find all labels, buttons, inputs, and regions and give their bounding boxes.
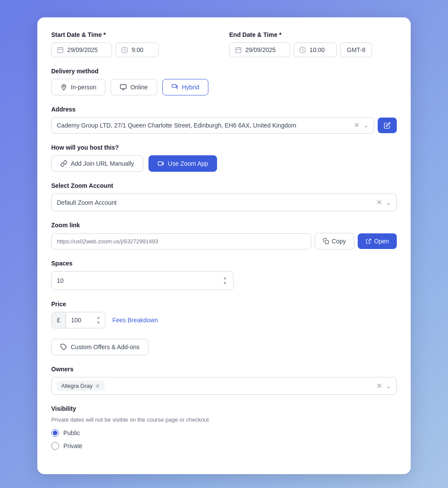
visibility-section: Visibility Private dates will not be vis…	[51, 405, 397, 450]
price-spinner[interactable]: ▲ ▼	[96, 315, 102, 325]
delivery-options: In-person Online Hybrid	[51, 79, 397, 95]
host-zoom-button[interactable]: Use Zoom App	[148, 155, 217, 172]
open-button[interactable]: Open	[358, 233, 397, 249]
svg-rect-14	[172, 85, 176, 88]
currency-badge: £	[52, 312, 66, 328]
svg-rect-16	[325, 240, 329, 244]
end-time-input[interactable]: 10:00	[310, 46, 331, 53]
zoom-link-label: Zoom link	[51, 222, 397, 229]
hybrid-icon	[171, 84, 178, 91]
price-increment[interactable]: ▲	[96, 315, 102, 320]
host-manual-button[interactable]: Add Join URL Manually	[51, 155, 143, 172]
start-time-input[interactable]: 9:00	[132, 46, 153, 53]
start-date-input-wrap[interactable]: 29/09/2025	[51, 43, 112, 57]
hosting-section: How will you host this? Add Join URL Man…	[51, 144, 397, 172]
calendar-icon-end	[235, 46, 242, 53]
hosting-label: How will you host this?	[51, 144, 397, 151]
price-input[interactable]	[69, 312, 96, 328]
svg-rect-0	[58, 48, 63, 53]
price-label: Price	[51, 301, 397, 308]
spaces-input[interactable]	[57, 277, 222, 284]
start-label: Start Date & Time *	[51, 31, 219, 38]
copy-button[interactable]: Copy	[315, 233, 354, 249]
visibility-label: Visibility	[51, 405, 397, 412]
tag-icon	[60, 344, 67, 350]
delivery-inperson-button[interactable]: In-person	[51, 79, 105, 95]
svg-rect-5	[236, 48, 241, 53]
delivery-section: Delivery method In-person Online Hybrid	[51, 68, 397, 95]
price-decrement[interactable]: ▼	[96, 321, 102, 325]
spaces-label: Spaces	[51, 260, 397, 267]
zoom-link-input[interactable]	[51, 233, 311, 249]
spaces-section: Spaces ▲ ▼	[51, 260, 397, 290]
start-datetime-group: Start Date & Time * 29/09/2025 9:00	[51, 31, 219, 57]
zoom-account-chevron-icon[interactable]: ⌄	[385, 198, 391, 206]
price-section: Price £ ▲ ▼ Fees Breakdown	[51, 301, 397, 328]
zoom-account-label: Select Zoom Account	[51, 182, 397, 189]
visibility-public-row: Public	[51, 429, 397, 437]
owners-label: Owners	[51, 366, 397, 373]
end-time-input-wrap[interactable]: 10:00	[293, 43, 337, 57]
visibility-description: Private dates will not be visible on the…	[51, 416, 397, 423]
address-label: Address	[51, 106, 397, 113]
custom-offers-button[interactable]: Custom Offers & Add-ons	[51, 339, 148, 355]
zoom-account-clear-button[interactable]: ✕	[376, 198, 382, 206]
end-label: End Date & Time *	[229, 31, 397, 38]
copy-icon	[323, 238, 329, 244]
open-label: Open	[374, 238, 389, 245]
delivery-online-label: Online	[130, 84, 148, 91]
price-input-wrap[interactable]: £ ▲ ▼	[51, 312, 105, 328]
delivery-online-button[interactable]: Online	[111, 79, 157, 95]
end-date-input-wrap[interactable]: 29/09/2025	[229, 43, 290, 57]
price-row: £ ▲ ▼ Fees Breakdown	[51, 312, 397, 328]
datetime-section: Start Date & Time * 29/09/2025 9:00 End …	[51, 31, 397, 57]
owners-clear-button[interactable]: ✕	[376, 382, 382, 390]
zoom-account-section: Select Zoom Account Default Zoom Account…	[51, 182, 397, 211]
delivery-label: Delivery method	[51, 68, 397, 75]
owner-tag-remove-button[interactable]: ✕	[95, 383, 100, 389]
address-input-row[interactable]: Cademy Group LTD, 27/1 Queen Charlotte S…	[51, 117, 374, 134]
start-time-input-wrap[interactable]: 9:00	[115, 43, 159, 57]
visibility-public-radio[interactable]	[51, 429, 59, 437]
spaces-increment[interactable]: ▲	[222, 276, 228, 280]
clock-icon-end	[299, 46, 306, 53]
fees-breakdown-link[interactable]: Fees Breakdown	[112, 317, 158, 324]
spaces-decrement[interactable]: ▼	[222, 281, 228, 285]
host-manual-label: Add Join URL Manually	[71, 160, 134, 167]
calendar-icon	[57, 46, 64, 53]
address-value: Cademy Group LTD, 27/1 Queen Charlotte S…	[57, 122, 350, 129]
external-link-icon	[366, 238, 372, 244]
owners-chevron-icon[interactable]: ⌄	[385, 382, 391, 390]
end-datetime-group: End Date & Time * 29/09/2025 10:00 GMT-8	[229, 31, 397, 57]
video-icon	[158, 160, 165, 167]
visibility-public-label: Public	[63, 429, 80, 436]
owners-select[interactable]: Allegra Gray ✕ ✕ ⌄	[51, 377, 397, 395]
address-section: Address Cademy Group LTD, 27/1 Queen Cha…	[51, 106, 397, 134]
custom-offers-section: Custom Offers & Add-ons	[51, 339, 397, 355]
visibility-private-label: Private	[63, 442, 82, 449]
main-card: Start Date & Time * 29/09/2025 9:00 End …	[37, 17, 411, 474]
svg-rect-15	[158, 162, 162, 165]
zoom-account-select[interactable]: Default Zoom Account ✕ ⌄	[51, 193, 397, 211]
address-edit-button[interactable]	[378, 118, 397, 133]
timezone-badge: GMT-8	[340, 43, 372, 57]
visibility-private-radio[interactable]	[51, 442, 59, 450]
svg-point-10	[63, 85, 64, 87]
pencil-icon	[384, 122, 391, 129]
spaces-input-wrap[interactable]: ▲ ▼	[51, 271, 234, 290]
svg-line-17	[368, 239, 371, 242]
end-date-input[interactable]: 29/09/2025	[245, 46, 284, 53]
visibility-private-row: Private	[51, 442, 397, 450]
start-date-input[interactable]: 29/09/2025	[67, 46, 106, 53]
link-icon	[60, 160, 67, 167]
host-zoom-label: Use Zoom App	[168, 160, 208, 167]
address-chevron-icon[interactable]: ⌄	[363, 122, 369, 129]
address-clear-button[interactable]: ✕	[354, 122, 359, 129]
delivery-inperson-label: In-person	[71, 84, 96, 91]
hosting-options: Add Join URL Manually Use Zoom App	[51, 155, 397, 172]
owner-tag: Allegra Gray ✕	[57, 381, 105, 391]
location-icon	[60, 84, 67, 91]
delivery-hybrid-button[interactable]: Hybrid	[162, 79, 208, 95]
spaces-spinner[interactable]: ▲ ▼	[222, 276, 228, 285]
clock-icon-start	[121, 46, 128, 53]
